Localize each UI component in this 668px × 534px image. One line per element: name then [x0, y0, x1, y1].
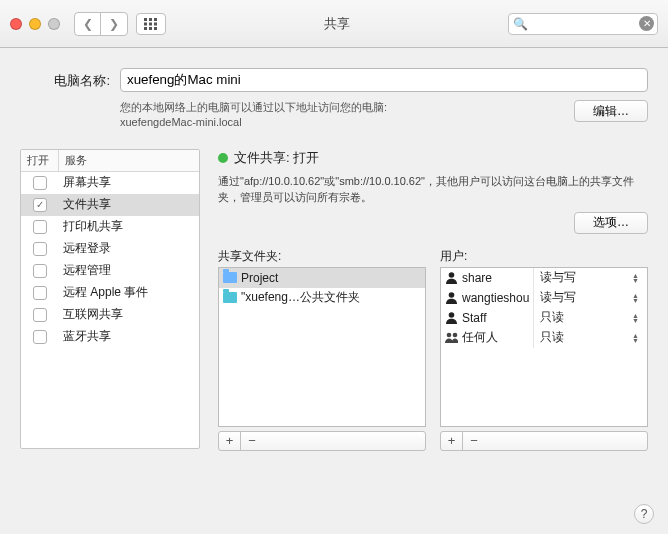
service-name: 远程管理	[59, 262, 199, 279]
zoom-icon	[48, 18, 60, 30]
service-row[interactable]: 远程登录	[21, 238, 199, 260]
svg-point-12	[447, 333, 452, 338]
window-controls	[10, 18, 60, 30]
status-label: 文件共享: 打开	[234, 149, 319, 167]
svg-rect-7	[149, 27, 152, 30]
user-name: Staff	[462, 311, 486, 325]
service-row[interactable]: 远程 Apple 事件	[21, 282, 199, 304]
service-name: 文件共享	[59, 196, 199, 213]
svg-point-13	[453, 333, 458, 338]
folders-header: 共享文件夹:	[218, 248, 426, 265]
service-row[interactable]: 远程管理	[21, 260, 199, 282]
folder-name: Project	[241, 271, 278, 285]
service-checkbox[interactable]	[33, 198, 47, 212]
svg-rect-4	[149, 22, 152, 25]
service-checkbox[interactable]	[33, 220, 47, 234]
permission-select[interactable]: 只读▲▼	[533, 308, 643, 328]
folders-add-remove[interactable]: + −	[218, 431, 426, 451]
user-name: 任何人	[462, 329, 498, 346]
service-name: 远程登录	[59, 240, 199, 257]
stepper-icon: ▲▼	[632, 333, 639, 343]
svg-rect-0	[144, 18, 147, 21]
svg-rect-8	[154, 27, 157, 30]
clear-icon[interactable]: ✕	[639, 16, 654, 31]
window-title: 共享	[174, 15, 500, 33]
computer-name-subtext: 您的本地网络上的电脑可以通过以下地址访问您的电脑: xuefengdeMac-m…	[120, 100, 387, 131]
service-row[interactable]: 屏幕共享	[21, 172, 199, 194]
user-name: wangtieshou	[462, 291, 529, 305]
user-icon	[445, 331, 458, 344]
service-checkbox[interactable]	[33, 330, 47, 344]
service-row[interactable]: 打印机共享	[21, 216, 199, 238]
user-row[interactable]: share读与写▲▼	[441, 268, 647, 288]
service-checkbox[interactable]	[33, 308, 47, 322]
svg-point-10	[449, 292, 455, 298]
stepper-icon: ▲▼	[632, 313, 639, 323]
services-table: 打开 服务 屏幕共享文件共享打印机共享远程登录远程管理远程 Apple 事件互联…	[20, 149, 200, 449]
users-list[interactable]: share读与写▲▼wangtieshou读与写▲▼Staff只读▲▼任何人只读…	[440, 267, 648, 427]
svg-rect-3	[144, 22, 147, 25]
add-user-button[interactable]: +	[441, 432, 463, 450]
service-checkbox[interactable]	[33, 242, 47, 256]
service-checkbox[interactable]	[33, 286, 47, 300]
chevron-left-icon[interactable]: ❮	[75, 13, 101, 35]
user-icon	[445, 291, 458, 304]
options-button[interactable]: 选项…	[574, 212, 648, 234]
remove-folder-button[interactable]: −	[241, 432, 263, 450]
search-field[interactable]: 🔍 ✕	[508, 13, 658, 35]
stepper-icon: ▲▼	[632, 293, 639, 303]
users-header: 用户:	[440, 248, 648, 265]
user-name: share	[462, 271, 492, 285]
service-name: 互联网共享	[59, 306, 199, 323]
computer-name-label: 电脑名称:	[20, 68, 110, 90]
folder-row[interactable]: "xuefeng…公共文件夹	[219, 288, 425, 308]
permission-select[interactable]: 读与写▲▼	[533, 288, 643, 308]
remove-user-button[interactable]: −	[463, 432, 485, 450]
stepper-icon: ▲▼	[632, 273, 639, 283]
edit-button[interactable]: 编辑…	[574, 100, 648, 122]
chevron-right-icon[interactable]: ❯	[101, 13, 127, 35]
search-input[interactable]	[508, 13, 658, 35]
help-button[interactable]: ?	[634, 504, 654, 524]
service-row[interactable]: 蓝牙共享	[21, 326, 199, 348]
status-line: 文件共享: 打开	[218, 149, 648, 167]
permission-select[interactable]: 读与写▲▼	[533, 268, 643, 288]
search-icon: 🔍	[513, 17, 528, 31]
svg-rect-1	[149, 18, 152, 21]
nav-back-forward[interactable]: ❮ ❯	[74, 12, 128, 36]
svg-rect-2	[154, 18, 157, 21]
service-row[interactable]: 互联网共享	[21, 304, 199, 326]
user-row[interactable]: 任何人只读▲▼	[441, 328, 647, 348]
svg-point-9	[449, 272, 455, 278]
user-row[interactable]: Staff只读▲▼	[441, 308, 647, 328]
close-icon[interactable]	[10, 18, 22, 30]
permission-select[interactable]: 只读▲▼	[533, 328, 643, 348]
status-description: 通过"afp://10.0.10.62"或"smb://10.0.10.62"，…	[218, 173, 648, 206]
service-row[interactable]: 文件共享	[21, 194, 199, 216]
folders-list[interactable]: Project"xuefeng…公共文件夹	[218, 267, 426, 427]
folder-row[interactable]: Project	[219, 268, 425, 288]
folder-icon	[223, 272, 237, 283]
svg-rect-5	[154, 22, 157, 25]
minimize-icon[interactable]	[29, 18, 41, 30]
services-header: 打开 服务	[21, 150, 199, 172]
add-folder-button[interactable]: +	[219, 432, 241, 450]
folder-name: "xuefeng…公共文件夹	[241, 289, 360, 306]
service-checkbox[interactable]	[33, 176, 47, 190]
svg-rect-6	[144, 27, 147, 30]
service-checkbox[interactable]	[33, 264, 47, 278]
titlebar: ❮ ❯ 共享 🔍 ✕	[0, 0, 668, 48]
grid-icon	[144, 18, 158, 30]
users-add-remove[interactable]: + −	[440, 431, 648, 451]
show-all-button[interactable]	[136, 13, 166, 35]
service-name: 远程 Apple 事件	[59, 284, 199, 301]
computer-name-input[interactable]	[120, 68, 648, 92]
user-icon	[445, 271, 458, 284]
user-icon	[445, 311, 458, 324]
svg-point-11	[449, 312, 455, 318]
service-name: 屏幕共享	[59, 174, 199, 191]
user-row[interactable]: wangtieshou读与写▲▼	[441, 288, 647, 308]
service-name: 蓝牙共享	[59, 328, 199, 345]
service-name: 打印机共享	[59, 218, 199, 235]
status-dot-icon	[218, 153, 228, 163]
